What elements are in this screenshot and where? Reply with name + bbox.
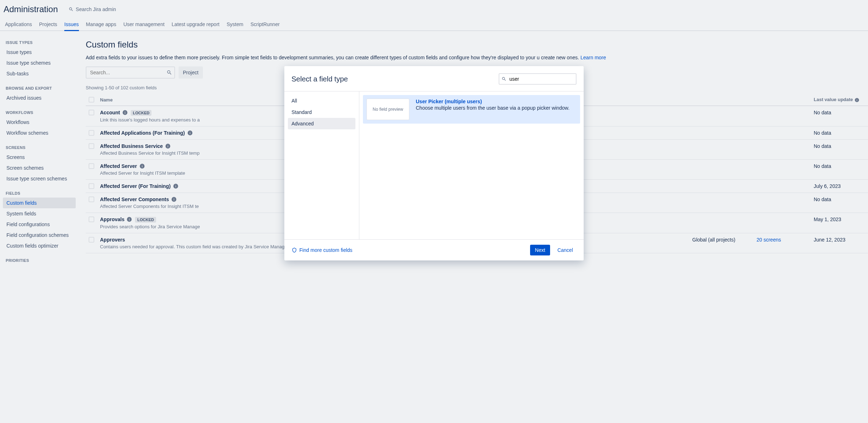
- marketplace-icon: [291, 247, 297, 253]
- field-preview: No field preview: [366, 99, 409, 120]
- modal-title: Select a field type: [291, 75, 348, 83]
- modal-search[interactable]: [499, 73, 577, 85]
- field-type-description: Choose multiple users from the user base…: [416, 105, 577, 111]
- select-field-type-modal: Select a field type All Standard Advance…: [284, 66, 584, 260]
- field-type-name: User Picker (multiple users): [416, 99, 577, 104]
- modal-search-input[interactable]: [499, 73, 577, 85]
- category-advanced[interactable]: Advanced: [288, 118, 355, 129]
- field-type-user-picker-multiple[interactable]: No field preview User Picker (multiple u…: [363, 95, 580, 124]
- category-standard[interactable]: Standard: [288, 106, 355, 118]
- next-button[interactable]: Next: [530, 245, 550, 255]
- modal-overlay[interactable]: Select a field type All Standard Advance…: [0, 0, 868, 423]
- find-more-link[interactable]: Find more custom fields: [291, 247, 353, 253]
- category-all[interactable]: All: [288, 95, 355, 106]
- field-type-categories: All Standard Advanced: [284, 91, 359, 239]
- search-icon: [502, 76, 507, 81]
- cancel-button[interactable]: Cancel: [554, 245, 577, 255]
